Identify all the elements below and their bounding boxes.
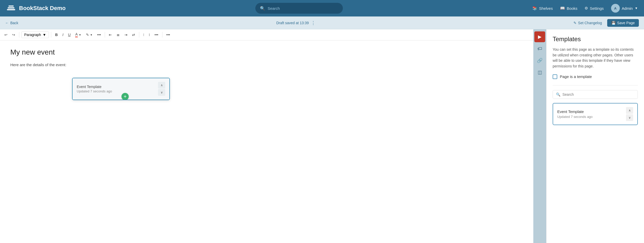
more-inline-button[interactable]: •••	[95, 31, 103, 38]
back-arrow-icon: ←	[5, 21, 9, 25]
details-icon: ◫	[538, 70, 542, 75]
toolbar-bar: ← Back Draft saved at 13:39 ⋮ ✎ Set Chan…	[0, 16, 644, 29]
user-area[interactable]: A Admin ▼	[611, 4, 638, 13]
template-arrow-down-button[interactable]: ∨	[158, 89, 165, 96]
page-body: Here are the details of the event:	[10, 63, 523, 67]
template-checkbox-label: Page is a template	[560, 74, 592, 79]
font-color-chevron-icon: ▼	[79, 33, 81, 36]
avatar: A	[611, 4, 620, 13]
template-checkbox[interactable]	[553, 74, 557, 79]
shelves-icon: 📚	[532, 6, 537, 11]
panel-divider	[553, 85, 638, 85]
template-picker-item[interactable]: Event Template Updated 7 seconds ago ∧ ∨	[73, 78, 169, 100]
side-templates-button[interactable]: ▶	[534, 31, 545, 42]
books-icon: 📖	[560, 6, 565, 11]
template-picker-name: Event Template	[77, 85, 158, 89]
more-list-button[interactable]: •••	[153, 31, 160, 38]
panel-search-input[interactable]	[562, 92, 634, 97]
toolbar-sep-5	[162, 32, 162, 38]
nav-settings[interactable]: ⚙ Settings	[585, 6, 604, 11]
underline-button[interactable]: U	[66, 31, 72, 38]
side-attachments-button[interactable]: 🔗	[534, 55, 545, 66]
align-left-button[interactable]: ⇤	[107, 31, 114, 38]
template-insert-button[interactable]: +	[121, 93, 129, 100]
bullet-list-button[interactable]: ⁝	[141, 31, 146, 38]
user-chevron-icon: ▼	[635, 6, 638, 10]
nav-books[interactable]: 📖 Books	[560, 6, 578, 11]
set-changelog-button[interactable]: ✎ Set Changelog	[573, 21, 602, 25]
template-list-arrow-up[interactable]: ∧	[626, 107, 633, 114]
template-picker-popup: Event Template Updated 7 seconds ago ∧ ∨…	[72, 78, 170, 100]
panel-title: Templates	[553, 36, 638, 43]
template-list-arrow-down[interactable]: ∨	[626, 114, 633, 121]
settings-icon: ⚙	[585, 6, 588, 11]
right-panel: Templates You can set this page as a tem…	[546, 29, 644, 243]
template-list-item[interactable]: Event Template Updated 7 seconds ago ∧ ∨	[553, 103, 638, 125]
ordered-list-button[interactable]: ⁞	[147, 31, 152, 38]
link-icon: 🔗	[537, 58, 543, 63]
undo-button[interactable]: ↩	[3, 31, 9, 38]
template-picker-arrows: ∧ ∨	[158, 82, 165, 96]
highlight-icon: ✎	[86, 33, 89, 37]
para-chevron-icon: ▼	[42, 33, 46, 37]
template-arrow-up-button[interactable]: ∧	[158, 82, 165, 89]
font-color-button[interactable]: A ▼	[73, 31, 83, 39]
redo-button[interactable]: ↪	[10, 31, 17, 38]
template-list-name: Event Template	[557, 109, 593, 114]
template-checkbox-row: Page is a template	[553, 74, 638, 79]
logo-area[interactable]: BookStack Demo	[6, 3, 66, 13]
search-bar[interactable]: 🔍	[255, 3, 343, 14]
draft-options-button[interactable]: ⋮	[311, 20, 316, 26]
save-icon: 💾	[611, 21, 616, 25]
toolbar-sep-4	[139, 32, 139, 38]
panel-description: You can set this page as a template so i…	[553, 47, 638, 69]
template-picker-info: Event Template Updated 7 seconds ago	[77, 85, 158, 93]
editor-area: ↩ ↪ Paragraph ▼ B I U A ▼ ✎ ▼ ••• ⇤ ≣ ⇥	[0, 29, 533, 243]
editor-toolbar: ↩ ↪ Paragraph ▼ B I U A ▼ ✎ ▼ ••• ⇤ ≣ ⇥	[0, 29, 533, 40]
side-details-button[interactable]: ◫	[534, 67, 545, 78]
justify-button[interactable]: ⇄	[130, 31, 137, 38]
app-title: BookStack Demo	[19, 5, 66, 12]
panel-search-icon: 🔍	[556, 92, 560, 97]
pencil-icon: ✎	[573, 21, 577, 25]
bold-button[interactable]: B	[53, 31, 59, 38]
search-bar-wrapper: 🔍	[70, 3, 528, 14]
svg-rect-2	[8, 5, 14, 7]
italic-button[interactable]: I	[60, 31, 65, 38]
toolbar-sep-2	[51, 32, 51, 38]
paragraph-select[interactable]: Paragraph ▼	[21, 31, 49, 38]
font-color-icon: A	[75, 32, 77, 37]
align-center-button[interactable]: ≣	[115, 31, 121, 38]
template-list-arrows: ∧ ∨	[626, 107, 633, 121]
toolbar-sep-1	[19, 32, 19, 38]
search-input[interactable]	[268, 6, 338, 11]
highlight-chevron-icon: ▼	[90, 33, 93, 36]
tag-icon: 🏷	[537, 46, 542, 51]
svg-rect-1	[8, 7, 14, 8]
align-right-button[interactable]: ⇥	[123, 31, 129, 38]
play-icon: ▶	[538, 34, 542, 40]
back-button[interactable]: ← Back	[5, 21, 18, 25]
header: BookStack Demo 🔍 📚 Shelves 📖 Books ⚙ Set…	[0, 0, 644, 16]
side-icon-panel: ▶ 🏷 🔗 ◫	[533, 29, 546, 243]
draft-status: Draft saved at 13:39 ⋮	[23, 20, 568, 26]
template-picker-updated: Updated 7 seconds ago	[77, 89, 158, 93]
save-page-button[interactable]: 💾 Save Page	[607, 19, 639, 27]
logo-icon	[6, 3, 16, 13]
nav-shelves[interactable]: 📚 Shelves	[532, 6, 553, 11]
panel-search[interactable]: 🔍	[553, 90, 638, 99]
more-all-button[interactable]: •••	[164, 31, 172, 38]
editor-content[interactable]: My new event Here are the details of the…	[0, 40, 533, 243]
toolbar-sep-3	[105, 32, 105, 38]
side-tags-button[interactable]: 🏷	[534, 43, 545, 54]
nav-links: 📚 Shelves 📖 Books ⚙ Settings A Admin ▼	[532, 4, 638, 13]
highlight-button[interactable]: ✎ ▼	[84, 31, 94, 38]
svg-rect-0	[7, 9, 15, 10]
page-title: My new event	[10, 48, 523, 56]
template-list-updated: Updated 7 seconds ago	[557, 115, 593, 119]
search-icon: 🔍	[260, 6, 265, 11]
main-layout: ↩ ↪ Paragraph ▼ B I U A ▼ ✎ ▼ ••• ⇤ ≣ ⇥	[0, 29, 644, 243]
template-list-info: Event Template Updated 7 seconds ago	[557, 109, 593, 119]
